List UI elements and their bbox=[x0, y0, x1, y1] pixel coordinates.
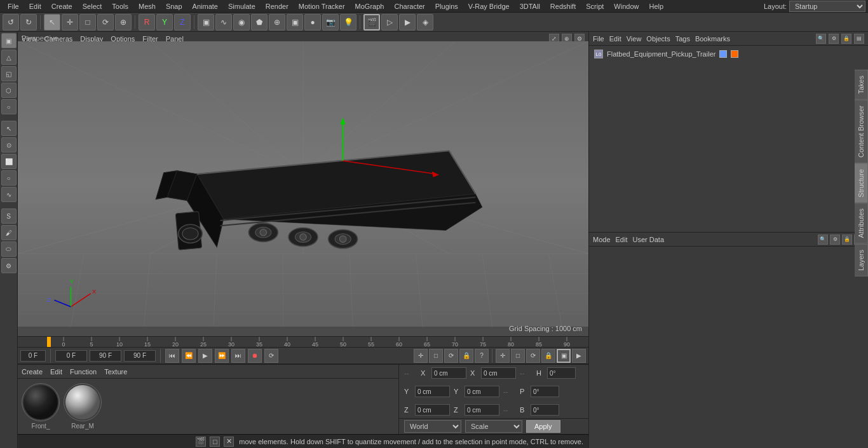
motion-btn5[interactable]: ▣ bbox=[557, 349, 571, 363]
cube-button[interactable]: ▣ bbox=[198, 14, 214, 31]
layout-select[interactable]: Startup bbox=[789, 1, 865, 12]
menu-snap[interactable]: Snap bbox=[161, 0, 187, 12]
z2-input[interactable] bbox=[465, 404, 499, 416]
h-input[interactable] bbox=[547, 367, 576, 379]
go-end-button[interactable]: ⏭ bbox=[231, 349, 245, 363]
menu-3dtall[interactable]: 3DTAll bbox=[515, 0, 545, 12]
y-axis-button[interactable]: Y bbox=[156, 14, 173, 31]
menu-render[interactable]: Render bbox=[261, 0, 294, 12]
motion-btn1[interactable]: ✛ bbox=[496, 349, 510, 363]
sidebar-rect-select[interactable]: ⬜ bbox=[1, 154, 17, 169]
material-rear[interactable]: Rear_M bbox=[64, 383, 102, 430]
sidebar-sculpt[interactable]: ⬭ bbox=[1, 241, 17, 257]
menu-edit[interactable]: Edit bbox=[24, 0, 46, 12]
render-active-button[interactable]: ▷ bbox=[381, 14, 398, 31]
sidebar-edge-mode[interactable]: ◱ bbox=[1, 66, 17, 81]
key-record-button[interactable]: ⟳ bbox=[444, 349, 458, 363]
menu-help[interactable]: Help bbox=[644, 0, 668, 12]
obj-lock-button[interactable]: 🔒 bbox=[841, 34, 851, 44]
sidebar-circle-select[interactable]: ○ bbox=[1, 170, 17, 186]
effector-button[interactable]: ⊕ bbox=[269, 14, 285, 31]
sidebar-model-mode[interactable]: ▣ bbox=[1, 33, 17, 48]
sidebar-object-mode[interactable]: ○ bbox=[1, 99, 17, 114]
motion-btn2[interactable]: □ bbox=[511, 349, 525, 363]
apply-button[interactable]: Apply bbox=[526, 420, 560, 433]
menu-animate[interactable]: Animate bbox=[187, 0, 223, 12]
obj-menu-edit[interactable]: Edit bbox=[609, 35, 621, 43]
deformer-button[interactable]: ⬟ bbox=[251, 14, 268, 31]
rotate-tool-button[interactable]: ⟳ bbox=[97, 14, 114, 31]
render-all-button[interactable]: ▶ bbox=[399, 14, 416, 31]
camera-button[interactable]: 📷 bbox=[322, 14, 339, 31]
menu-mograph[interactable]: MoGraph bbox=[350, 0, 390, 12]
x-input[interactable] bbox=[431, 367, 466, 379]
menu-simulate[interactable]: Simulate bbox=[223, 0, 261, 12]
menu-plugins[interactable]: Plugins bbox=[430, 0, 463, 12]
spline-button[interactable]: ∿ bbox=[215, 14, 232, 31]
tab-takes[interactable]: Takes bbox=[855, 70, 868, 100]
menu-create[interactable]: Create bbox=[46, 0, 78, 12]
sidebar-move[interactable]: ↖ bbox=[1, 121, 17, 136]
x-axis-button[interactable]: R bbox=[139, 14, 155, 31]
obj-search-button[interactable]: 🔍 bbox=[816, 34, 826, 44]
menu-motion-tracker[interactable]: Motion Tracker bbox=[294, 0, 350, 12]
status-close-icon[interactable]: ✕ bbox=[224, 437, 234, 447]
mat-menu-edit[interactable]: Edit bbox=[50, 368, 62, 376]
tab-layers[interactable]: Layers bbox=[855, 244, 868, 276]
key-help-button[interactable]: ? bbox=[475, 349, 489, 363]
play-button[interactable]: ▶ bbox=[198, 349, 212, 363]
obj-menu-tags[interactable]: Tags bbox=[675, 35, 690, 43]
record-button[interactable]: ⏺ bbox=[248, 349, 262, 363]
sidebar-snap[interactable]: S bbox=[1, 208, 17, 224]
obj-menu-bookmarks[interactable]: Bookmarks bbox=[695, 35, 730, 43]
undo-button[interactable]: ↺ bbox=[3, 14, 19, 31]
world-select[interactable]: World Object Camera bbox=[404, 420, 461, 433]
loop-button[interactable]: ⟳ bbox=[264, 349, 278, 363]
status-cinema4d-icon[interactable]: 🎬 bbox=[196, 437, 206, 447]
attr-settings-icon[interactable]: ⚙ bbox=[830, 234, 840, 245]
transform-tool-button[interactable]: ⊕ bbox=[115, 14, 132, 31]
menu-vray[interactable]: V-Ray Bridge bbox=[463, 0, 515, 12]
menu-select[interactable]: Select bbox=[78, 0, 107, 12]
menu-tools[interactable]: Tools bbox=[107, 0, 133, 12]
go-start-button[interactable]: ⏮ bbox=[165, 349, 179, 363]
y-input[interactable] bbox=[415, 386, 450, 397]
attr-menu-mode[interactable]: Mode bbox=[593, 236, 611, 243]
frame-current-input[interactable] bbox=[124, 350, 156, 362]
menu-character[interactable]: Character bbox=[389, 0, 430, 12]
scene-button[interactable]: ● bbox=[304, 14, 321, 31]
obj-filter-button[interactable]: ⚙ bbox=[829, 34, 839, 44]
obj-expand-button[interactable]: ▤ bbox=[854, 34, 864, 44]
key-lock-button[interactable]: 🔒 bbox=[459, 349, 473, 363]
motion-btn4[interactable]: 🔒 bbox=[541, 349, 555, 363]
move-tool-button[interactable]: ✛ bbox=[62, 14, 78, 31]
sidebar-point-mode[interactable]: ⬡ bbox=[1, 83, 17, 98]
scale-select[interactable]: Scale bbox=[465, 420, 522, 433]
tab-content-browser[interactable]: Content Browser bbox=[855, 100, 868, 163]
attr-menu-edit[interactable]: Edit bbox=[616, 236, 628, 243]
mat-menu-create[interactable]: Create bbox=[22, 368, 43, 376]
mat-menu-function[interactable]: Function bbox=[70, 368, 97, 376]
sidebar-paint[interactable]: 🖌 bbox=[1, 225, 17, 240]
z-input[interactable] bbox=[415, 404, 450, 416]
object-row-trailer[interactable]: L0 Flatbed_Equipment_Pickup_Trailer bbox=[592, 48, 865, 60]
z-axis-button[interactable]: Z bbox=[174, 14, 191, 31]
obj-menu-file[interactable]: File bbox=[593, 35, 604, 43]
menu-script[interactable]: Script bbox=[581, 0, 609, 12]
tag-button[interactable]: ▣ bbox=[287, 14, 303, 31]
mat-menu-texture[interactable]: Texture bbox=[104, 368, 127, 376]
attr-lock-icon[interactable]: 🔒 bbox=[842, 234, 852, 245]
redo-button[interactable]: ↻ bbox=[20, 14, 37, 31]
render-queue-button[interactable]: ◈ bbox=[417, 14, 433, 31]
b-input[interactable] bbox=[531, 404, 559, 416]
selection-tool-button[interactable]: ↖ bbox=[44, 14, 60, 31]
material-front[interactable]: Front_ bbox=[22, 383, 60, 430]
menu-mesh[interactable]: Mesh bbox=[133, 0, 161, 12]
frame-start-input[interactable] bbox=[20, 350, 46, 362]
tab-structure[interactable]: Structure bbox=[855, 163, 868, 203]
step-back-button[interactable]: ⏪ bbox=[182, 349, 196, 363]
key-auto-button[interactable]: □ bbox=[429, 349, 443, 363]
attr-search-icon[interactable]: 🔍 bbox=[818, 234, 828, 245]
x2-input[interactable] bbox=[481, 367, 516, 379]
menu-file[interactable]: File bbox=[3, 0, 24, 12]
